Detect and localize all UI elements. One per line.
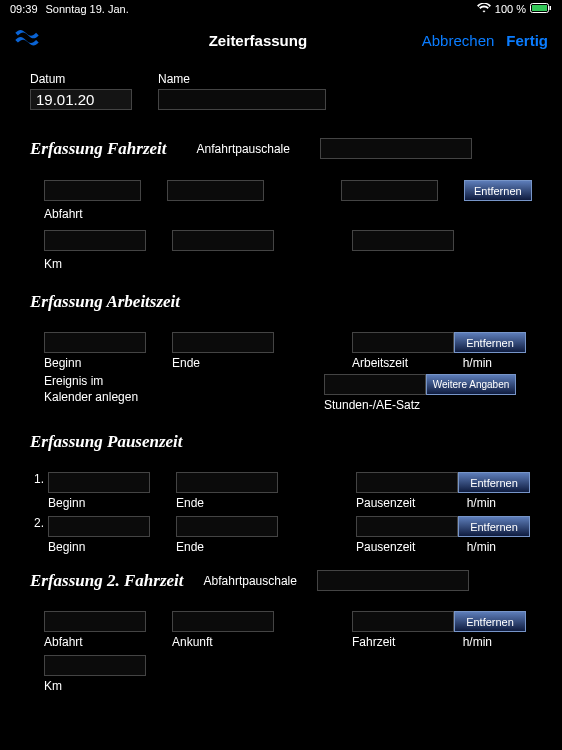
arbeitszeit-input[interactable] <box>352 332 454 353</box>
status-bar: 09:39 Sonntag 19. Jan. 100 % <box>0 0 562 18</box>
pause1-ende-input[interactable] <box>176 472 278 493</box>
pause2-zeit-input[interactable] <box>356 516 458 537</box>
pausenzeit-heading: Erfassung Pausenzeit <box>30 432 183 451</box>
f2-fahrzeit-input[interactable] <box>352 611 454 632</box>
pause2-beginn-input[interactable] <box>48 516 150 537</box>
arbeitszeit-label: Arbeitszeit <box>352 356 408 370</box>
page-title: Zeiterfassung <box>94 32 422 49</box>
pause1-beginn-input[interactable] <box>48 472 150 493</box>
cancel-button[interactable]: Abbrechen <box>422 32 495 49</box>
beginn-input[interactable] <box>44 332 146 353</box>
anfahrtpauschale-label: Anfahrtpauschale <box>197 142 290 156</box>
hmin-label-1: h/min <box>463 356 492 370</box>
fahrzeit2-heading: Erfassung 2. Fahrzeit <box>30 571 184 591</box>
ereignis-label: Ereignis im Kalender anlegen <box>44 374 144 405</box>
fahrzeit-heading: Erfassung Fahrzeit <box>30 139 167 159</box>
name-label: Name <box>158 72 326 86</box>
fahrzeit-field-1[interactable] <box>44 180 141 201</box>
abfahrtpauschale-input[interactable] <box>317 570 469 591</box>
row-num-2: 2. <box>30 516 44 530</box>
km-label: Km <box>44 257 62 271</box>
stundensatz-input[interactable] <box>324 374 426 395</box>
fahrzeit-field-3[interactable] <box>341 180 438 201</box>
app-logo-icon <box>14 28 40 52</box>
pause1-remove-button[interactable]: Entfernen <box>458 472 530 493</box>
datum-label: Datum <box>30 72 132 86</box>
anfahrtpauschale-input[interactable] <box>320 138 472 159</box>
ende-label: Ende <box>172 356 274 370</box>
f2-remove-button[interactable]: Entfernen <box>454 611 526 632</box>
pause2-remove-button[interactable]: Entfernen <box>458 516 530 537</box>
pause2-ende-input[interactable] <box>176 516 278 537</box>
battery-icon <box>530 3 552 15</box>
f2-ankunft-input[interactable] <box>172 611 274 632</box>
svg-rect-2 <box>550 6 552 10</box>
km-field-3[interactable] <box>352 230 454 251</box>
date: Sonntag 19. Jan. <box>46 3 129 15</box>
ende-input[interactable] <box>172 332 274 353</box>
stunden-label: Stunden-/AE-Satz <box>324 398 516 412</box>
row-num-1: 1. <box>30 472 44 486</box>
name-input[interactable] <box>158 89 326 110</box>
wifi-icon <box>477 3 491 15</box>
f2-km-input[interactable] <box>44 655 146 676</box>
f2-abfahrt-input[interactable] <box>44 611 146 632</box>
datum-input[interactable]: 19.01.20 <box>30 89 132 110</box>
svg-rect-1 <box>532 5 547 11</box>
navbar: Zeiterfassung Abbrechen Fertig <box>0 18 562 62</box>
fahrzeit-field-2[interactable] <box>167 180 264 201</box>
clock: 09:39 <box>10 3 38 15</box>
done-button[interactable]: Fertig <box>506 32 548 49</box>
km-field-2[interactable] <box>172 230 274 251</box>
weitere-angaben-button[interactable]: Weitere Angaben <box>426 374 516 395</box>
km-field-1[interactable] <box>44 230 146 251</box>
battery-percent: 100 % <box>495 3 526 15</box>
abfahrt-label: Abfahrt <box>44 207 83 221</box>
beginn-label: Beginn <box>44 356 146 370</box>
abfahrtpauschale-label: Abfahrtpauschale <box>204 574 297 588</box>
pause1-zeit-input[interactable] <box>356 472 458 493</box>
arbeitszeit-heading: Erfassung Arbeitszeit <box>30 292 180 311</box>
arbeitszeit-remove-button[interactable]: Entfernen <box>454 332 526 353</box>
fahrzeit-remove-button[interactable]: Entfernen <box>464 180 532 201</box>
